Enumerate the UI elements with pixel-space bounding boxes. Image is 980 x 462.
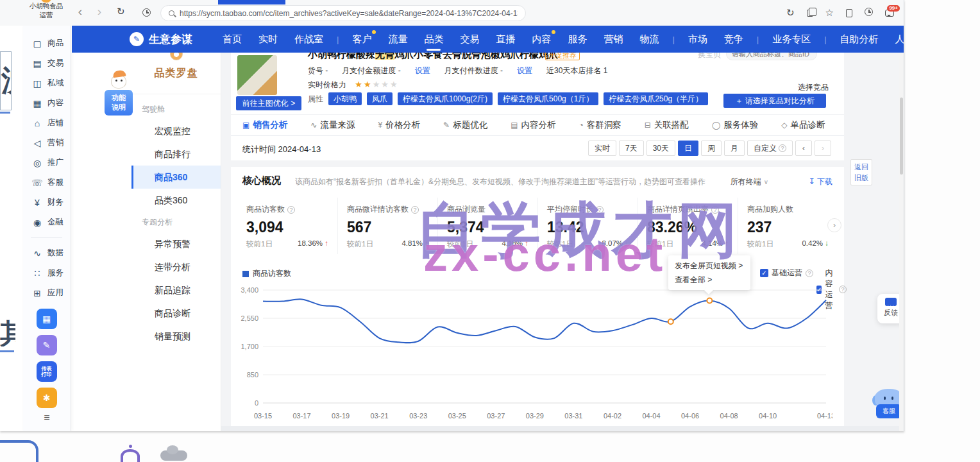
metric-card-商品详情页跳出率[interactable]: 商品详情页跳出率83.26%较前1日4.14% ↑ [638, 198, 738, 254]
sidebar-item-客服[interactable]: ☏客服 [23, 173, 70, 193]
sidebar-item-交易[interactable]: ▤交易 [23, 53, 70, 73]
more-metrics-chevron[interactable]: › [827, 218, 841, 232]
tab-价格分析[interactable]: ¥价格分析 [378, 119, 420, 131]
sycm-brand[interactable]: ✎ 生意参谋 [130, 32, 192, 47]
range-button-月[interactable]: 月 [724, 141, 745, 156]
url-bar[interactable]: https://sycm.taobao.com/cc/item_archives… [160, 5, 526, 21]
subnav-item-品类360[interactable]: 品类360 [131, 189, 221, 212]
subnav-item-新品追踪[interactable]: 新品追踪 [131, 278, 221, 302]
sidebar-item-服务[interactable]: ∷服务 [23, 263, 70, 283]
sidebar-item-内容[interactable]: ▦内容 [23, 93, 70, 113]
topnav-item-15[interactable]: 自助分析 [840, 26, 879, 53]
chart-legend[interactable]: 商品访客数 [242, 268, 291, 279]
hand-app-icon[interactable]: ✱ [37, 388, 57, 408]
prev-period-button[interactable] [795, 141, 812, 156]
attribute-pill[interactable]: 凤爪 [367, 92, 393, 105]
back-to-old-version-button[interactable]: 返回 旧版 [850, 159, 872, 185]
sidebar-item-商品[interactable]: ▢商品 [23, 33, 70, 53]
subnav-item-商品排行[interactable]: 商品排行 [131, 142, 221, 166]
set-pay-amount-link[interactable]: 设置 [415, 65, 430, 76]
visitors-trend-chart[interactable]: 3,4002,5501,700850003-1503-1703-1903-210… [236, 286, 832, 422]
range-button-自定义[interactable]: 自定义 [747, 141, 793, 156]
tab-标题优化[interactable]: ✎标题优化 [443, 119, 487, 131]
sidebar-item-应用[interactable]: ⊞应用 [23, 283, 70, 303]
popup-action-link[interactable]: 查看全部 > [675, 273, 744, 287]
metric-card-平均停留时长[interactable]: 平均停留时长13.42较前1日8.07% ↓ [537, 198, 638, 254]
topnav-item-12[interactable]: 市场 [688, 26, 707, 53]
forward-icon[interactable]: › [92, 4, 106, 19]
browser-profile[interactable]: 小胡鸭食品 运营 [22, 2, 71, 19]
subnav-item-连带分析[interactable]: 连带分析 [131, 255, 221, 278]
range-button-日[interactable]: 日 [678, 141, 698, 156]
attribute-pill[interactable]: 柠檬去骨凤爪250g（半斤） [604, 92, 708, 105]
url-text[interactable]: https://sycm.taobao.com/cc/item_archives… [180, 9, 518, 18]
tab-服务体验[interactable]: ◯服务体验 [712, 119, 758, 131]
range-button-实时[interactable]: 实时 [588, 141, 616, 156]
topnav-item-14[interactable]: 业务专区 [772, 26, 811, 53]
feature-help-widget[interactable]: 功能 说明 [105, 71, 133, 116]
next-period-button[interactable] [815, 141, 831, 156]
sync-icon[interactable]: ↻ [786, 8, 795, 18]
subnav-item-宏观监控[interactable]: 宏观监控 [131, 119, 221, 142]
topnav-item-0[interactable]: 首页 [223, 26, 242, 53]
tabs-icon[interactable] [807, 10, 813, 17]
tab-单品诊断[interactable]: ◇单品诊断 [781, 119, 825, 131]
popup-action-link[interactable]: 发布全屏页短视频 > [675, 259, 744, 273]
sidebar-item-营销[interactable]: ◁营销 [23, 133, 70, 153]
refresh-icon[interactable]: ↻ [117, 6, 125, 17]
topnav-item-13[interactable]: 竞争 [724, 26, 743, 53]
operation-marker[interactable] [668, 319, 673, 324]
topnav-item-8[interactable]: 内容 [532, 26, 551, 53]
range-button-7天[interactable]: 7天 [619, 141, 644, 156]
history-icon[interactable] [865, 7, 873, 19]
sidebar-item-财务[interactable]: ¥财务 [23, 193, 70, 212]
goto-main-pic-button[interactable]: 前往主图优化 > [236, 96, 301, 110]
sidebar-item-推广[interactable]: ◎推广 [23, 153, 70, 173]
tab-内容分析[interactable]: ▤内容分析 [511, 119, 555, 131]
scrollbar-thumb[interactable] [900, 98, 903, 175]
attribute-pill[interactable]: 柠檬去骨凤爪1000g(2斤) [398, 92, 493, 105]
topnav-item-10[interactable]: 营销 [604, 26, 623, 53]
range-button-30天[interactable]: 30天 [646, 141, 675, 156]
tab-流量来源[interactable]: ∿流量来源 [310, 119, 355, 131]
topnav-item-16[interactable]: 人群 [895, 26, 904, 53]
download-button[interactable]: ↧ 下载 [809, 176, 832, 187]
product-image[interactable] [237, 55, 277, 95]
metric-card-商品加购人数[interactable]: 商品加购人数237较前1日0.42% ↓ [738, 198, 838, 254]
note-app-icon[interactable]: ✎ [37, 335, 57, 355]
terminal-filter-dropdown[interactable]: 所有终端∨ [731, 176, 768, 187]
sidebar-item-店铺[interactable]: ⌂店铺 [23, 113, 70, 133]
back-icon[interactable]: ‹ [73, 4, 87, 19]
subnav-item-商品360[interactable]: 商品360 [131, 166, 221, 189]
tab-关联搭配[interactable]: ⊟关联搭配 [645, 119, 689, 131]
metric-card-商品微详情访客数[interactable]: 商品微详情访客数567较前1日4.81% ↑ [337, 198, 437, 254]
grid-app-icon[interactable]: ▦ [37, 309, 57, 329]
history-clock-icon[interactable] [142, 8, 151, 19]
reading-list-icon[interactable] [846, 9, 852, 17]
tab-销售分析[interactable]: ▣销售分析 [242, 119, 287, 131]
range-button-周[interactable]: 周 [701, 141, 722, 156]
subnav-item-销量预测[interactable]: 销量预测 [131, 325, 221, 348]
sidebar-item-私域[interactable]: ◫私域 [23, 73, 70, 93]
subnav-item-商品诊断[interactable]: 商品诊断 [131, 302, 221, 325]
topnav-item-2[interactable]: 作战室 [294, 26, 323, 53]
topnav-item-9[interactable]: 服务 [568, 26, 587, 53]
tab-客群洞察[interactable]: ◔客群洞察 [579, 119, 621, 131]
sidebar-item-金融[interactable]: ◉金融 [23, 212, 70, 232]
attribute-pill[interactable]: 小胡鸭 [328, 92, 362, 105]
checkbox-基础运营[interactable]: 基础运营 [760, 268, 813, 278]
topnav-item-7[interactable]: 直播 [496, 26, 515, 53]
notifications-icon[interactable]: 99+ [885, 10, 894, 17]
topnav-item-1[interactable]: 实时 [258, 26, 278, 53]
topnav-item-4[interactable]: 流量 [388, 26, 407, 53]
vertical-scrollbar[interactable] [899, 53, 904, 431]
subnav-item-异常预警[interactable]: 异常预警 [131, 232, 221, 255]
sidebar-collapse-menu-icon[interactable]: ≡ [23, 412, 71, 424]
set-pay-count-link[interactable]: 设置 [517, 65, 532, 76]
select-competitor-button[interactable]: ＋ 请选择竞品对比分析 [723, 94, 826, 108]
metric-card-商品访客数[interactable]: 商品访客数3,094较前1日18.36% ↑ [237, 198, 337, 254]
topnav-item-5[interactable]: 品类 [424, 26, 443, 53]
sidebar-item-数据[interactable]: ∿数据 [23, 243, 70, 263]
print-app-icon[interactable]: 传表打印 [37, 361, 57, 382]
bookmark-star-icon[interactable]: ☆ [825, 8, 834, 18]
